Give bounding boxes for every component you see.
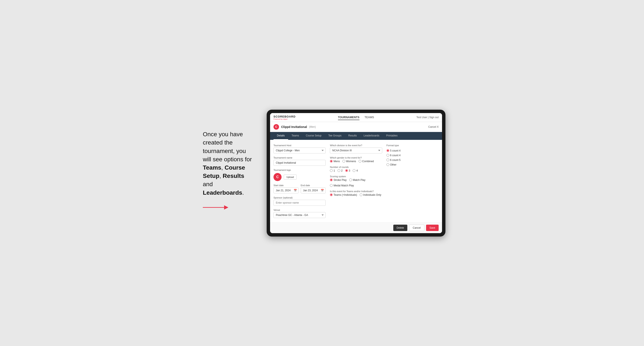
- rounds-label: Number of rounds: [330, 166, 382, 168]
- name-group: Tournament name: [274, 157, 326, 166]
- rounds-2-radio[interactable]: [338, 169, 340, 172]
- scoring-radio-group: Stroke Play Match Play Medal Match Play: [330, 178, 382, 187]
- teams-plus-individuals[interactable]: Teams (+Individuals): [330, 193, 357, 196]
- tablet-device: SCOREBOARD Powered by clippd TOURNAMENTS…: [267, 110, 446, 237]
- and-text: and: [203, 181, 213, 187]
- end-date-group: End date 📅: [301, 184, 326, 193]
- footer-bar: Delete Cancel Save: [270, 222, 442, 233]
- teams-bold: Teams: [203, 164, 221, 171]
- leaderboards-bold: Leaderboards: [203, 189, 242, 196]
- rounds-4[interactable]: 4: [353, 169, 358, 172]
- rounds-2[interactable]: 2: [338, 169, 343, 172]
- form-column-1: Tournament Host Clippd College - Men Tou…: [274, 144, 326, 218]
- sidebar-description: Once you have created the tournament, yo…: [198, 126, 258, 220]
- format-6count4-radio[interactable]: [386, 154, 389, 157]
- scoreboard-logo: SCOREBOARD Powered by clippd: [274, 115, 296, 120]
- gender-combined[interactable]: Combined: [358, 160, 374, 163]
- venue-group: Venue Peachtree GC - Atlanta - GA: [274, 209, 326, 218]
- tournament-title-area: C Clippd Invitational (Men): [274, 124, 316, 130]
- rounds-4-label: 4: [356, 169, 358, 172]
- scoring-stroke[interactable]: Stroke Play: [330, 178, 346, 181]
- gender-label: Which gender is the event for?: [330, 157, 382, 159]
- tournament-name: Clippd Invitational: [281, 125, 307, 129]
- form-column-3: Format type 5 count 4 6 count 4: [386, 144, 439, 218]
- tab-course-setup[interactable]: Course Setup: [302, 132, 325, 140]
- tab-results[interactable]: Results: [345, 132, 360, 140]
- tab-details[interactable]: Details: [274, 132, 288, 140]
- venue-select[interactable]: Peachtree GC - Atlanta - GA: [274, 212, 326, 218]
- format-6count4-label: 6 count 4: [390, 154, 400, 157]
- user-area[interactable]: Test User | Sign out: [416, 116, 439, 119]
- rounds-3-radio[interactable]: [345, 169, 348, 172]
- sponsor-group: Sponsor (optional): [274, 196, 326, 206]
- gender-womens[interactable]: Womens: [342, 160, 356, 163]
- scoring-match[interactable]: Match Play: [349, 178, 366, 181]
- user-sign-out[interactable]: Test User | Sign out: [416, 116, 439, 119]
- nav-tournaments[interactable]: TOURNAMENTS: [338, 115, 360, 120]
- format-5count4-radio[interactable]: [386, 149, 389, 152]
- scoring-medal-label: Medal Match Play: [334, 184, 354, 187]
- cancel-button[interactable]: Cancel: [409, 225, 424, 231]
- gender-combined-radio[interactable]: [358, 160, 361, 163]
- scoring-stroke-radio[interactable]: [330, 178, 333, 181]
- tab-printables[interactable]: Printables: [383, 132, 401, 140]
- start-date-icon: 📅: [294, 189, 297, 192]
- format-title: Format type: [386, 144, 439, 147]
- rounds-3[interactable]: 3: [345, 169, 350, 172]
- name-input[interactable]: [274, 160, 326, 166]
- rounds-1[interactable]: 1: [330, 169, 335, 172]
- format-5count4[interactable]: 5 count 4: [386, 149, 400, 152]
- start-date-label: Start date: [274, 184, 298, 186]
- scoring-medal[interactable]: Medal Match Play: [330, 184, 354, 187]
- scoring-match-radio[interactable]: [349, 178, 352, 181]
- individuals-radio[interactable]: [360, 193, 362, 196]
- nav-teams[interactable]: TEAMS: [364, 115, 374, 120]
- delete-button[interactable]: Delete: [393, 225, 408, 231]
- format-6count5-radio[interactable]: [386, 159, 389, 161]
- rounds-1-radio[interactable]: [330, 169, 333, 172]
- division-select[interactable]: NCAA Division III: [330, 148, 382, 154]
- intro-text: Once you have created the tournament, yo…: [203, 131, 252, 163]
- cancel-x-button[interactable]: Cancel X: [428, 125, 439, 128]
- scoring-group: Scoring system Stroke Play Match Play: [330, 175, 382, 187]
- format-6count4[interactable]: 6 count 4: [386, 154, 400, 157]
- rounds-1-label: 1: [334, 169, 335, 172]
- comma2: ,: [220, 173, 223, 179]
- teams-group: Is this event for Teams and/or Individua…: [330, 190, 382, 196]
- format-other-radio[interactable]: [386, 163, 389, 166]
- tab-teams[interactable]: Teams: [288, 132, 302, 140]
- name-label: Tournament name: [274, 157, 326, 159]
- division-label: Which division is the event for?: [330, 144, 382, 147]
- gender-mens-radio[interactable]: [330, 160, 333, 163]
- main-content: Tournament Host Clippd College - Men Tou…: [270, 140, 442, 222]
- host-label: Tournament Host: [274, 144, 326, 147]
- gender-mens[interactable]: Mens: [330, 160, 340, 163]
- teams-label: Is this event for Teams and/or Individua…: [330, 190, 382, 192]
- tab-leaderboards[interactable]: Leaderboards: [360, 132, 383, 140]
- logo-group: Tournament logo C Upload: [274, 169, 326, 181]
- rounds-4-radio[interactable]: [353, 169, 356, 172]
- save-button[interactable]: Save: [426, 225, 439, 231]
- gender-womens-radio[interactable]: [342, 160, 345, 163]
- teams-label-text: Teams (+Individuals): [334, 193, 357, 196]
- format-other[interactable]: Other: [386, 163, 396, 166]
- format-6count5[interactable]: 6 count 5: [386, 159, 400, 162]
- rounds-radio-group: 1 2 3 4: [330, 169, 382, 172]
- scoring-medal-radio[interactable]: [330, 184, 333, 187]
- tournament-icon: C: [274, 124, 279, 130]
- individuals-only[interactable]: Individuals Only: [360, 193, 382, 196]
- date-row: Start date 📅 End date 📅: [274, 184, 326, 193]
- tournament-header: C Clippd Invitational (Men) Cancel X: [270, 122, 442, 132]
- format-5count4-label: 5 count 4: [390, 149, 400, 152]
- rounds-group: Number of rounds 1 2: [330, 166, 382, 172]
- teams-radio[interactable]: [330, 193, 333, 196]
- scoring-label: Scoring system: [330, 175, 382, 178]
- sponsor-input[interactable]: [274, 200, 326, 206]
- tournament-type: (Men): [309, 125, 316, 128]
- period: .: [242, 189, 244, 196]
- scoring-match-label: Match Play: [353, 178, 366, 181]
- logo-circle: C: [274, 173, 282, 181]
- tab-tee-groups[interactable]: Tee Groups: [325, 132, 345, 140]
- host-select[interactable]: Clippd College - Men: [274, 148, 326, 154]
- upload-button[interactable]: Upload: [284, 174, 297, 179]
